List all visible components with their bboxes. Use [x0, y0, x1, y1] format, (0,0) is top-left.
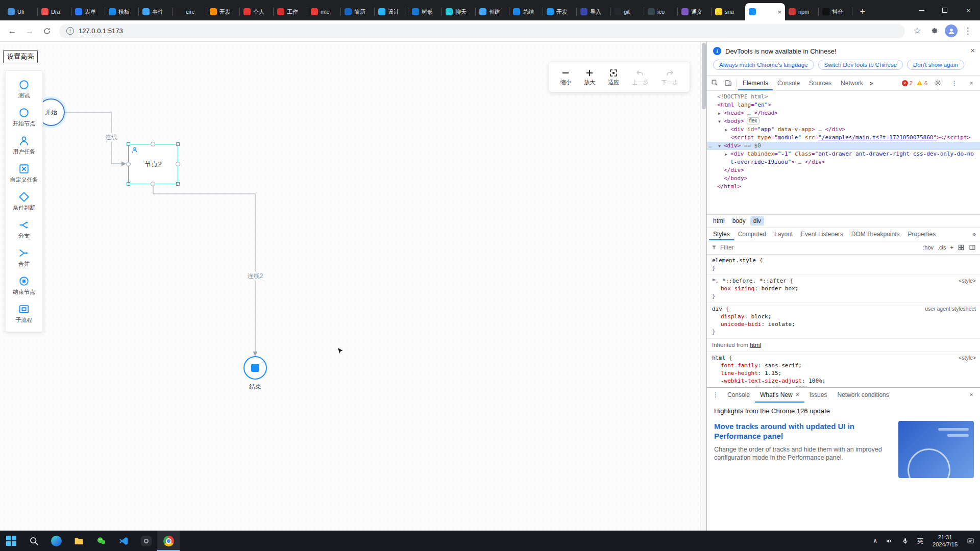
toolbar-fit-button[interactable]: 适应 — [608, 68, 619, 86]
toolbar-minus-button[interactable]: 缩小 — [560, 68, 571, 86]
drawer-menu-button[interactable]: ⋮ — [709, 388, 722, 402]
toolbar-redo-button[interactable]: 下一步 — [662, 68, 678, 86]
resize-handle[interactable] — [176, 142, 180, 146]
set-highlight-button[interactable]: 设置高亮 — [3, 50, 38, 63]
panel-layout-icon[interactable] — [969, 244, 976, 251]
flow-editor-canvas[interactable]: 设置高亮 测试开始节点用户任务自定义任务条件判断分支合并结束节点子流程 连线 连… — [0, 42, 700, 531]
grid-icon[interactable] — [958, 244, 965, 251]
styles-tab-layout[interactable]: Layout — [770, 228, 797, 240]
devtools-tab-elements[interactable]: Elements — [738, 76, 773, 90]
more-styles-tabs-button[interactable]: » — [970, 231, 978, 238]
css-rule[interactable]: <style>html {font-family: sans-serif;lin… — [707, 352, 980, 387]
collapse-icon[interactable]: ▼ — [718, 118, 721, 126]
resize-handle[interactable] — [176, 182, 180, 186]
taskbar-explorer-button[interactable] — [67, 531, 90, 551]
browser-tab[interactable]: npm — [785, 3, 819, 20]
palette-item-merge[interactable]: 合并 — [6, 243, 42, 271]
browser-tab[interactable]: sna — [712, 3, 745, 20]
taskbar-start-button[interactable] — [0, 531, 22, 551]
expand-icon[interactable]: ▶ — [718, 110, 721, 118]
banner-button[interactable]: Don't show again — [907, 60, 964, 70]
drawer-tab-issues[interactable]: Issues — [804, 388, 832, 403]
browser-tab[interactable]: ico — [644, 3, 678, 20]
browser-tab[interactable]: 开发 — [543, 3, 577, 20]
drawer-tab-network-conditions[interactable]: Network conditions — [832, 388, 894, 403]
dom-tree-node[interactable]: </html> — [707, 183, 980, 191]
node-port-right[interactable] — [176, 162, 180, 166]
browser-menu-button[interactable]: ⋮ — [961, 24, 975, 38]
browser-tab[interactable]: 开发 — [206, 3, 240, 20]
filter-toggle[interactable]: + — [950, 244, 953, 251]
styles-filter-input[interactable] — [720, 244, 776, 251]
dom-tree-node[interactable]: ▶<head> … </head> — [707, 109, 980, 117]
browser-tab[interactable]: 创建 — [476, 3, 509, 20]
dom-tree-node[interactable]: </div> — [707, 166, 980, 174]
banner-button[interactable]: Always match Chrome's language — [713, 60, 814, 70]
collapse-icon[interactable]: ▼ — [718, 142, 721, 151]
maximize-button[interactable] — [933, 0, 957, 20]
css-property[interactable]: display: block; — [712, 313, 975, 320]
warning-badge[interactable]: 6 — [916, 80, 927, 86]
styles-tab-properties[interactable]: Properties — [904, 228, 940, 240]
filter-toggle[interactable]: .cls — [938, 244, 946, 251]
error-badge[interactable]: ×2 — [902, 80, 913, 86]
drawer-close-button[interactable]: × — [965, 388, 978, 402]
breadcrumb-item-body[interactable]: body — [729, 216, 749, 226]
dom-tree-node[interactable]: ▶<div id="app" data-v-app> … </div> — [707, 126, 980, 134]
more-panels-button[interactable]: » — [868, 80, 875, 87]
expand-icon[interactable]: ▶ — [725, 126, 727, 134]
resize-handle[interactable] — [127, 142, 130, 146]
devtools-tab-network[interactable]: Network — [836, 76, 868, 90]
browser-tab[interactable]: 个人 — [240, 3, 274, 20]
flex-badge[interactable]: flex — [747, 117, 760, 124]
whats-new-thumbnail[interactable] — [898, 421, 974, 478]
browser-tab[interactable]: 工作 — [274, 3, 307, 20]
minimize-button[interactable] — [910, 0, 933, 20]
palette-item-circle[interactable]: 测试 — [6, 75, 42, 103]
toolbar-undo-button[interactable]: 上一步 — [632, 68, 649, 86]
node-actions-icon[interactable]: … — [708, 142, 712, 150]
palette-item-close-square[interactable]: 自定义任务 — [6, 159, 42, 187]
devtools-tab-sources[interactable]: Sources — [804, 76, 836, 90]
ime-indicator[interactable]: 英 — [914, 531, 927, 551]
rule-origin-link[interactable]: <style> — [959, 354, 976, 362]
browser-tab[interactable]: 模板 — [105, 3, 139, 20]
banner-close-icon[interactable]: × — [970, 46, 975, 55]
dom-tree-node[interactable]: <script type="module" src="/examples/mai… — [707, 134, 980, 142]
notification-center-button[interactable] — [963, 531, 978, 551]
palette-item-end-node[interactable]: 结束节点 — [6, 271, 42, 299]
palette-item-user[interactable]: 用户任务 — [6, 131, 42, 159]
forward-button[interactable]: → — [22, 24, 37, 38]
expand-icon[interactable]: ▶ — [725, 151, 727, 159]
css-property[interactable]: font-family: sans-serif; — [712, 362, 975, 369]
device-toolbar-button[interactable] — [721, 77, 734, 90]
end-node[interactable] — [243, 356, 267, 380]
inherited-target-link[interactable]: html — [750, 342, 761, 348]
styles-tab-computed[interactable]: Computed — [734, 228, 770, 240]
browser-tab[interactable]: UIi — [4, 3, 38, 20]
rule-origin-link[interactable]: user agent stylesheet — [925, 305, 976, 313]
drawer-tab-what-s-new[interactable]: What's New× — [755, 388, 804, 403]
browser-tab[interactable]: 表单 — [71, 3, 105, 20]
edge-line-2[interactable] — [153, 185, 255, 352]
browser-tab[interactable]: 树形 — [408, 3, 442, 20]
css-rule[interactable]: user agent stylesheetdiv {display: block… — [707, 303, 980, 339]
browser-tab[interactable]: git — [610, 3, 644, 20]
node-port-bottom[interactable] — [151, 182, 155, 186]
address-bar[interactable]: i 127.0.0.1:5173 — [59, 24, 905, 38]
css-property[interactable]: line-height: 1.15; — [712, 369, 975, 377]
browser-tab[interactable]: circ — [173, 3, 206, 20]
taskbar-dark-app-button[interactable] — [135, 531, 157, 551]
dom-tree-node[interactable]: ▼<body>flex — [707, 117, 980, 126]
dom-tree-node[interactable]: </body> — [707, 174, 980, 183]
dom-tree-node[interactable]: <html lang="en"> — [707, 101, 980, 109]
browser-tab[interactable]: 设计 — [375, 3, 408, 20]
css-property[interactable]: box-sizing: border-box; — [712, 285, 975, 292]
palette-item-diamond[interactable]: 条件判断 — [6, 187, 42, 215]
palette-item-branch[interactable]: 分支 — [6, 215, 42, 243]
filter-toggle[interactable]: :hov — [923, 244, 934, 251]
browser-tab[interactable]: 聊天 — [442, 3, 476, 20]
task-node-selected[interactable]: 节点2 — [128, 144, 178, 184]
resize-handle[interactable] — [127, 182, 130, 186]
browser-tab[interactable]: 事件 — [139, 3, 173, 20]
